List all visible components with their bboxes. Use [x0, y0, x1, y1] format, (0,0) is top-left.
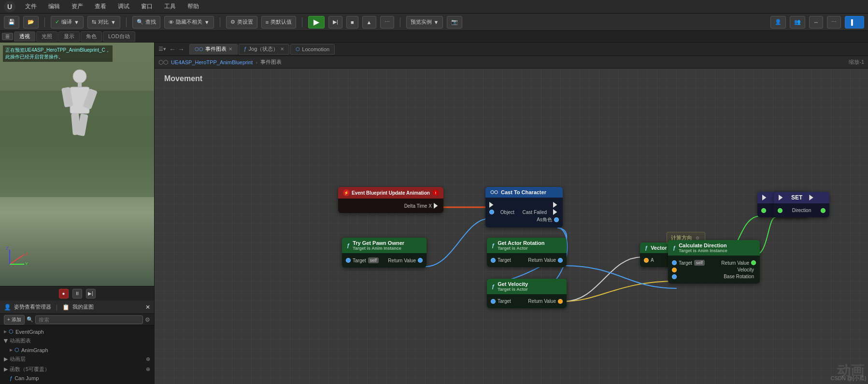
pause-button[interactable]: ▲ — [362, 16, 376, 28]
diff-button[interactable]: ⇆ 对比 ▼ — [87, 16, 120, 28]
next-frame-button[interactable]: ▶| — [86, 289, 96, 299]
tree-can-jump[interactable]: ƒ Can Jump — [0, 374, 154, 382]
exec-out-pin[interactable] — [553, 202, 559, 208]
vl-a-pin[interactable] — [644, 258, 649, 263]
search-input[interactable] — [35, 315, 143, 324]
record-button[interactable]: ● — [59, 289, 69, 299]
cd-return-pin[interactable] — [751, 260, 756, 265]
menu-help[interactable]: 帮助 — [185, 1, 201, 12]
preview-button[interactable]: 预览实例 ▼ — [406, 16, 443, 28]
tab-close[interactable]: ✕ — [228, 46, 232, 52]
menu-view[interactable]: 查看 — [93, 1, 108, 12]
person2-button[interactable]: 👥 — [790, 16, 805, 28]
tree-anim-layers[interactable]: ▶ 动画层 ⊕ — [0, 354, 154, 364]
event-node[interactable]: ⚡ Event Blueprint Update Animation ! Del… — [338, 187, 443, 213]
tree-functions[interactable]: ▶ 函数（5可覆盖） ⊕ — [0, 364, 154, 374]
find-button[interactable]: 🔍 查找 — [132, 16, 160, 28]
set-dir-exec-out[interactable] — [809, 195, 815, 200]
hide-dropdown[interactable]: ▼ — [204, 19, 210, 25]
cd-velocity-pin[interactable] — [672, 268, 677, 272]
tab-angle[interactable]: 角色 — [81, 31, 102, 42]
preview-icon-button[interactable]: 📷 — [447, 16, 462, 28]
cast-failed-pin[interactable] — [553, 209, 559, 215]
bp-canvas[interactable]: Movement ⚡ Event Blueprint Update Animat… — [155, 69, 868, 384]
menu-edit[interactable]: 编辑 — [46, 1, 62, 12]
tab-lighting[interactable]: 光照 — [36, 31, 57, 42]
bp-nav-back[interactable]: ☰▾ — [158, 46, 166, 52]
menu-asset[interactable]: 资产 — [70, 1, 85, 12]
tab-locomotion[interactable]: ⬡ Locomotion — [290, 44, 335, 55]
add-function-button[interactable]: ⊕ — [146, 366, 150, 372]
cd-baserot-pin[interactable] — [672, 274, 677, 279]
compile-button[interactable]: ✓ 编译 ▼ — [51, 16, 84, 28]
stop-button[interactable]: ■ — [346, 16, 358, 28]
viewport-tabs: ☰ 透视 光照 显示 角色 LOD自动 — [0, 31, 868, 43]
cast-node[interactable]: ⬡⬡ Cast To Character Object Cast Failed — [485, 187, 563, 228]
gv-target-pin[interactable] — [491, 299, 496, 304]
nav-back-arrow[interactable]: ← — [169, 45, 176, 53]
save-button[interactable]: 💾 — [4, 16, 19, 28]
func-icon: ƒ — [347, 242, 350, 248]
hamburger-btn[interactable]: ☰ — [2, 33, 13, 40]
target-pin-in[interactable] — [346, 258, 351, 263]
tab-close[interactable]: ✕ — [280, 46, 284, 52]
cd-target-pin[interactable] — [672, 260, 677, 265]
tab-display[interactable]: 显示 — [58, 31, 80, 42]
gv-return-pin[interactable] — [558, 299, 563, 304]
breadcrumb-root[interactable]: UE4ASP_HeroTPP_AnimBlueprint — [171, 59, 253, 65]
pause-button[interactable]: ⏸ — [72, 289, 82, 299]
nav-forward-arrow[interactable]: → — [178, 45, 185, 53]
arrow-icon: ▶ — [10, 348, 13, 352]
dir-pin-out[interactable] — [821, 208, 825, 213]
exec-out-pin[interactable] — [434, 203, 440, 209]
tab-event-graph[interactable]: ⬡⬡ 事件图表 ✕ — [189, 44, 238, 55]
class-settings-button[interactable]: ⚙ 类设置 — [226, 16, 257, 28]
more-button[interactable]: ⋯ — [380, 16, 394, 28]
return-pin[interactable] — [418, 258, 423, 263]
move-button[interactable]: ↔ — [809, 16, 823, 28]
try-get-pawn-node[interactable]: ƒ Try Get Pawn Owner Target is Anim Inst… — [342, 238, 427, 268]
settings-icon[interactable]: ⚙ — [145, 316, 150, 323]
as-char-pin[interactable] — [554, 217, 559, 222]
gar-return-pin[interactable] — [558, 258, 563, 263]
exec-in-pin[interactable] — [489, 202, 495, 208]
sidebar-header: 👤 姿势查看管理器 | 📋 我的蓝图 ✕ — [0, 300, 154, 314]
tab-lod[interactable]: LOD自动 — [103, 31, 135, 42]
compile-dropdown[interactable]: ▼ — [74, 19, 79, 25]
add-button[interactable]: + 添加 — [4, 315, 25, 325]
sep5 — [400, 17, 400, 27]
tab-jog[interactable]: ƒ Jog（状态） ✕ — [239, 44, 289, 55]
dir-pin-in[interactable] — [778, 208, 783, 213]
menu-file[interactable]: 文件 — [23, 1, 39, 12]
object-pin[interactable] — [489, 210, 494, 214]
person-button[interactable]: 👤 — [770, 16, 786, 28]
class-defaults-button[interactable]: ≡ 类默认值 — [261, 16, 296, 28]
gar-target-pin[interactable] — [491, 258, 496, 263]
close-sidebar-button[interactable]: ✕ — [145, 304, 150, 311]
tab-icon: ƒ — [244, 46, 247, 52]
menu-tools[interactable]: 工具 — [162, 1, 178, 12]
get-actor-rotation-node[interactable]: ƒ Get Actor Rotation Target is Actor Tar… — [487, 238, 567, 267]
tab-perspective[interactable]: 透视 — [14, 31, 35, 42]
speed-pin-in[interactable] — [761, 208, 766, 213]
get-velocity-node[interactable]: ƒ Get Velocity Target is Actor Target Re… — [487, 279, 567, 308]
blue-action-button[interactable]: ▐ — [845, 16, 864, 28]
set-exec-in[interactable] — [762, 195, 768, 200]
diff-dropdown[interactable]: ▼ — [111, 19, 116, 25]
play-button[interactable]: ▶ — [308, 16, 325, 28]
set-dir-exec-in[interactable] — [779, 195, 784, 200]
browse-button[interactable]: 📂 — [23, 16, 39, 28]
calc-direction-node[interactable]: ƒ Calculate Direction Target is Anim Ins… — [668, 240, 760, 284]
menu-bar: U 文件 编辑 资产 查看 调试 窗口 工具 帮助 — [0, 0, 868, 14]
menu-debug[interactable]: 调试 — [116, 1, 131, 12]
add-anim-layer-button[interactable]: ⊕ — [146, 356, 150, 362]
dots-button[interactable]: ⋯ — [827, 16, 841, 28]
tree-anim-graph-section[interactable]: ▶ 动画图表 — [0, 336, 154, 346]
menu-window[interactable]: 窗口 — [139, 1, 155, 12]
hide-unrelated-button[interactable]: 👁 隐藏不相关 ▼ — [164, 16, 214, 28]
tree-event-graph[interactable]: ▶ ⬡ EventGraph — [0, 327, 154, 336]
tree-anim-graph[interactable]: ▶ ⬡ AnimGraph — [0, 346, 154, 354]
step-button[interactable]: ▶| — [328, 16, 342, 28]
preview-dropdown[interactable]: ▼ — [434, 19, 439, 25]
set-direction-node[interactable]: SET Direction — [774, 192, 829, 217]
